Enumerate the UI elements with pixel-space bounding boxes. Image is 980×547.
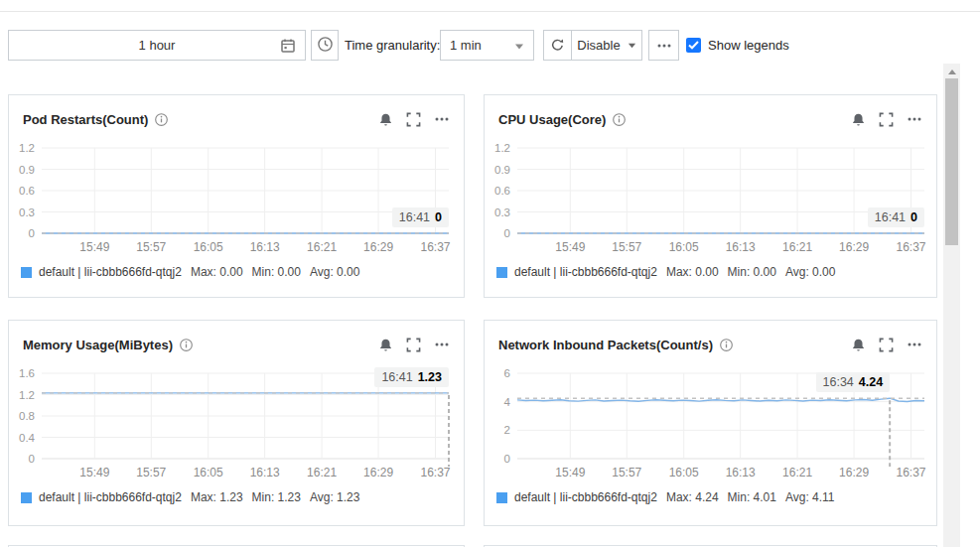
panel-more-icon[interactable] xyxy=(434,337,450,352)
alarm-bell-icon[interactable] xyxy=(378,338,393,352)
panel-more-icon[interactable] xyxy=(907,337,922,352)
legend-color-swatch xyxy=(496,492,507,503)
svg-text:16:13: 16:13 xyxy=(726,240,756,254)
svg-text:16:37: 16:37 xyxy=(420,466,450,479)
time-range-input[interactable]: 1 hour xyxy=(8,30,306,61)
fullscreen-icon[interactable] xyxy=(406,112,421,127)
info-icon[interactable] xyxy=(179,338,194,352)
top-divider xyxy=(0,11,980,12)
fullscreen-icon[interactable] xyxy=(879,112,894,127)
svg-text:0.9: 0.9 xyxy=(19,164,35,176)
svg-text:15:57: 15:57 xyxy=(612,466,641,479)
panel-title: CPU Usage(Core) xyxy=(498,112,606,127)
legend-min: Min: 0.00 xyxy=(728,265,776,279)
chart-tooltip: 16:410 xyxy=(868,207,924,227)
svg-text:0: 0 xyxy=(504,453,510,465)
legend-series-name: default | lii-cbbb666fd-qtqj2 xyxy=(514,490,657,504)
legend-min: Min: 4.01 xyxy=(728,490,776,504)
info-icon[interactable] xyxy=(154,112,169,127)
svg-text:16:05: 16:05 xyxy=(194,240,223,254)
vertical-scrollbar[interactable] xyxy=(943,64,960,547)
time-granularity-label: Time granularity: xyxy=(345,30,440,61)
legend-max: Max: 0.00 xyxy=(666,265,719,279)
alarm-bell-icon[interactable] xyxy=(851,338,866,352)
svg-text:15:57: 15:57 xyxy=(612,240,641,254)
svg-text:0.3: 0.3 xyxy=(19,206,35,218)
legend-min: Min: 0.00 xyxy=(252,265,301,279)
svg-text:0: 0 xyxy=(29,227,35,239)
svg-text:16:37: 16:37 xyxy=(420,240,450,254)
svg-text:15:57: 15:57 xyxy=(136,240,166,254)
svg-text:0.4: 0.4 xyxy=(19,432,36,444)
chart-tooltip: 16:411.23 xyxy=(374,367,449,387)
svg-text:2: 2 xyxy=(504,424,510,436)
legend-item[interactable]: default | lii-cbbb666fd-qtqj2 Max: 4.24 … xyxy=(496,490,936,504)
legend-avg: Avg: 4.11 xyxy=(785,490,835,504)
legend-avg: Avg: 0.00 xyxy=(310,265,359,279)
panel-more-icon[interactable] xyxy=(434,111,450,127)
show-legends-checkbox[interactable] xyxy=(686,38,701,53)
auto-refresh-dropdown[interactable]: Disable xyxy=(572,38,641,53)
scrollbar-up-arrow[interactable] xyxy=(943,64,960,79)
legend-min: Min: 1.23 xyxy=(252,490,301,504)
svg-text:1.6: 1.6 xyxy=(19,367,35,379)
svg-text:16:05: 16:05 xyxy=(669,466,699,479)
fullscreen-icon[interactable] xyxy=(879,338,894,352)
clock-button[interactable] xyxy=(311,30,339,61)
auto-refresh-group: Disable xyxy=(543,30,642,61)
legend-series-name: default | lii-cbbb666fd-qtqj2 xyxy=(514,265,657,279)
legend-color-swatch xyxy=(21,267,32,278)
panel-cpu-usage: CPU Usage(Core) 00.30.60.91.215:4915:571… xyxy=(484,94,937,298)
refresh-icon xyxy=(550,38,565,53)
legend-item[interactable]: default | lii-cbbb666fd-qtqj2 Max: 1.23 … xyxy=(21,490,464,504)
svg-text:15:49: 15:49 xyxy=(79,240,109,254)
svg-text:16:13: 16:13 xyxy=(250,240,280,254)
chart-cpu-usage[interactable]: 00.30.60.91.215:4915:5716:0516:1316:2116… xyxy=(486,140,934,261)
svg-text:0.6: 0.6 xyxy=(494,185,510,197)
legend-max: Max: 1.23 xyxy=(191,490,243,504)
check-icon xyxy=(688,41,699,50)
info-icon[interactable] xyxy=(719,338,734,352)
svg-text:16:21: 16:21 xyxy=(782,240,812,254)
scrollbar-thumb[interactable] xyxy=(945,78,958,245)
granularity-value: 1 min xyxy=(450,38,482,53)
chart-pod-restarts[interactable]: 00.30.60.91.215:4915:5716:0516:1316:2116… xyxy=(10,140,459,261)
toolbar-more-button[interactable] xyxy=(648,30,679,61)
legend-item[interactable]: default | lii-cbbb666fd-qtqj2 Max: 0.00 … xyxy=(21,265,464,279)
legend-item[interactable]: default | lii-cbbb666fd-qtqj2 Max: 0.00 … xyxy=(496,265,936,279)
chart-canvas[interactable]: 00.30.60.91.215:4915:5716:0516:1316:2116… xyxy=(10,140,459,261)
legend-color-swatch xyxy=(21,492,32,503)
legend-max: Max: 0.00 xyxy=(191,265,243,279)
panel-title: Pod Restarts(Count) xyxy=(23,112,148,127)
chart-network-inbound-packets[interactable]: 024615:4915:5716:0516:1316:2116:2916:371… xyxy=(486,365,934,486)
svg-text:16:05: 16:05 xyxy=(194,466,223,479)
svg-text:1.2: 1.2 xyxy=(19,142,35,154)
legend-avg: Avg: 1.23 xyxy=(310,490,359,504)
svg-text:15:49: 15:49 xyxy=(555,466,585,479)
panel-more-icon[interactable] xyxy=(907,111,922,127)
svg-text:16:37: 16:37 xyxy=(896,466,925,479)
svg-text:16:05: 16:05 xyxy=(669,240,699,254)
chart-canvas[interactable]: 00.30.60.91.215:4915:5716:0516:1316:2116… xyxy=(486,140,934,261)
granularity-select[interactable]: 1 min xyxy=(440,30,534,61)
svg-text:16:21: 16:21 xyxy=(782,466,812,479)
legend-color-swatch xyxy=(496,267,507,278)
svg-text:16:13: 16:13 xyxy=(726,466,756,479)
panel-title: Memory Usage(MiBytes) xyxy=(23,338,173,352)
chevron-down-icon xyxy=(628,43,636,49)
legend-series-name: default | lii-cbbb666fd-qtqj2 xyxy=(39,265,182,279)
panel-memory-usage: Memory Usage(MiBytes) 00.40.81.21.615:49… xyxy=(8,320,465,526)
calendar-icon[interactable] xyxy=(280,38,296,57)
svg-text:1.2: 1.2 xyxy=(494,142,510,154)
chart-memory-usage[interactable]: 00.40.81.21.615:4915:5716:0516:1316:2116… xyxy=(10,365,459,486)
alarm-bell-icon[interactable] xyxy=(378,112,393,127)
refresh-button[interactable] xyxy=(544,31,572,60)
fullscreen-icon[interactable] xyxy=(406,338,421,352)
svg-text:16:29: 16:29 xyxy=(363,466,393,479)
info-icon[interactable] xyxy=(612,112,627,127)
svg-text:16:29: 16:29 xyxy=(363,240,393,254)
alarm-bell-icon[interactable] xyxy=(851,112,866,127)
legend-max: Max: 4.24 xyxy=(666,490,719,504)
svg-text:0: 0 xyxy=(504,227,510,239)
svg-text:0.6: 0.6 xyxy=(19,185,35,197)
